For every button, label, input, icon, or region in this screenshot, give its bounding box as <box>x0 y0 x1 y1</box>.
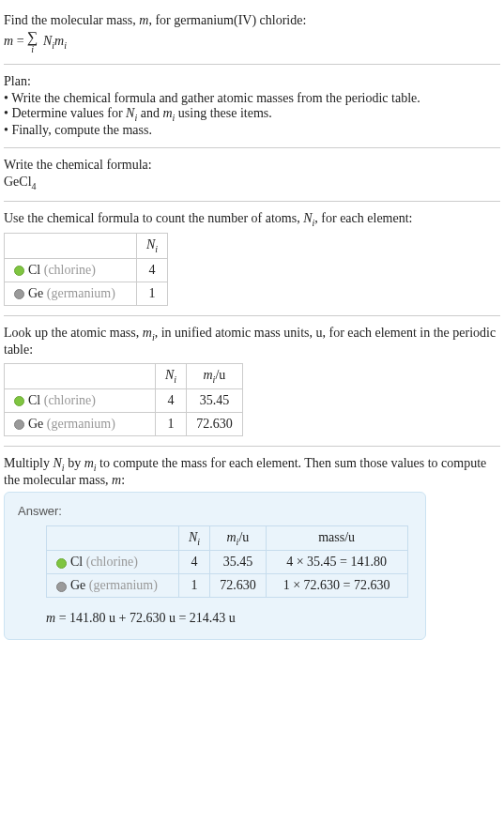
plan-list: Write the chemical formula and gather at… <box>4 91 500 138</box>
n-cell: 4 <box>137 259 168 282</box>
count-table: Ni Cl (chlorine) 4 Ge (germanium) 1 <box>4 233 168 306</box>
element-dot-icon <box>14 396 24 406</box>
element-cell: Cl (chlorine) <box>47 551 179 574</box>
table-row: Cl (chlorine) 4 35.45 <box>5 388 243 412</box>
calc-cell: 4 × 35.45 = 141.80 <box>266 551 407 574</box>
table-row: Ge (germanium) 1 <box>5 282 168 306</box>
intro-equation: m = ∑i Nimi <box>4 30 500 54</box>
intro-line: Find the molecular mass, m, for germaniu… <box>4 13 500 28</box>
answer-intro: Multiply Ni by mi to compute the mass fo… <box>4 456 500 488</box>
element-dot-icon <box>14 266 24 276</box>
mass-table: Ni mi/u Cl (chlorine) 4 35.45 Ge (german… <box>4 363 243 436</box>
intro-text-b: , for germanium(IV) chloride: <box>148 13 306 27</box>
col-m-header: mi/u <box>210 525 267 551</box>
table-header-row: Ni mi/u mass/u <box>47 525 408 551</box>
col-mass-header: mass/u <box>266 525 407 551</box>
answer-label: Answer: <box>18 504 412 518</box>
m-cell: 72.630 <box>210 574 267 598</box>
table-row: Ge (germanium) 1 72.630 1 × 72.630 = 72.… <box>47 574 408 598</box>
table-header-row: Ni mi/u <box>5 363 243 388</box>
element-cell: Ge (germanium) <box>5 282 137 306</box>
table-row: Ge (germanium) 1 72.630 <box>5 412 243 435</box>
chemical-formula: GeCl4 <box>4 175 500 191</box>
intro-text: Find the molecular mass, <box>4 13 139 27</box>
count-section: Use the chemical formula to count the nu… <box>4 202 500 317</box>
empty-header <box>5 234 137 259</box>
m-var: m <box>139 13 148 27</box>
table-row: Cl (chlorine) 4 <box>5 259 168 282</box>
answer-box: Answer: Ni mi/u mass/u Cl (chlorine) 4 3… <box>4 492 426 641</box>
m-cell: 35.45 <box>187 388 243 412</box>
element-cell: Ge (germanium) <box>47 574 179 598</box>
col-n-header: Ni <box>179 525 210 551</box>
element-cell: Ge (germanium) <box>5 412 156 435</box>
table-row: Cl (chlorine) 4 35.45 4 × 35.45 = 141.80 <box>47 551 408 574</box>
col-n-header: Ni <box>156 363 187 388</box>
eq-equals: = <box>13 34 27 48</box>
count-heading: Use the chemical formula to count the nu… <box>4 211 500 228</box>
table-header-row: Ni <box>5 234 168 259</box>
intro-section: Find the molecular mass, m, for germaniu… <box>4 4 500 65</box>
answer-table: Ni mi/u mass/u Cl (chlorine) 4 35.45 4 ×… <box>46 525 408 599</box>
n-cell: 1 <box>137 282 168 306</box>
element-dot-icon <box>14 289 24 299</box>
n-cell: 4 <box>156 388 187 412</box>
plan-item: Finally, compute the mass. <box>4 123 500 138</box>
element-cell: Cl (chlorine) <box>5 388 156 412</box>
element-dot-icon <box>56 558 67 569</box>
n-cell: 1 <box>156 412 187 435</box>
col-n-header: Ni <box>137 234 168 259</box>
n-cell: 4 <box>179 551 210 574</box>
empty-header <box>47 525 179 551</box>
plan-heading: Plan: <box>4 74 500 89</box>
mass-section: Look up the atomic mass, mi, in unified … <box>4 316 500 447</box>
sum-symbol: ∑i <box>27 30 38 54</box>
plan-item: Write the chemical formula and gather at… <box>4 91 500 106</box>
calc-cell: 1 × 72.630 = 72.630 <box>266 574 407 598</box>
eq-term: Nimi <box>43 34 67 48</box>
n-cell: 1 <box>179 574 210 598</box>
col-m-header: mi/u <box>187 363 243 388</box>
formula-section: Write the chemical formula: GeCl4 <box>4 148 500 202</box>
element-cell: Cl (chlorine) <box>5 259 137 282</box>
answer-section: Multiply Ni by mi to compute the mass fo… <box>4 447 500 650</box>
result-equation: m = 141.80 u + 72.630 u = 214.43 u <box>46 611 412 626</box>
formula-heading: Write the chemical formula: <box>4 158 500 173</box>
m-cell: 72.630 <box>187 412 243 435</box>
eq-lhs: m <box>4 34 13 48</box>
element-dot-icon <box>14 419 24 430</box>
m-cell: 35.45 <box>210 551 267 574</box>
empty-header <box>5 363 156 388</box>
plan-section: Plan: Write the chemical formula and gat… <box>4 65 500 148</box>
plan-item: Determine values for Ni and mi using the… <box>4 106 500 123</box>
element-dot-icon <box>56 582 67 592</box>
mass-heading: Look up the atomic mass, mi, in unified … <box>4 326 500 358</box>
